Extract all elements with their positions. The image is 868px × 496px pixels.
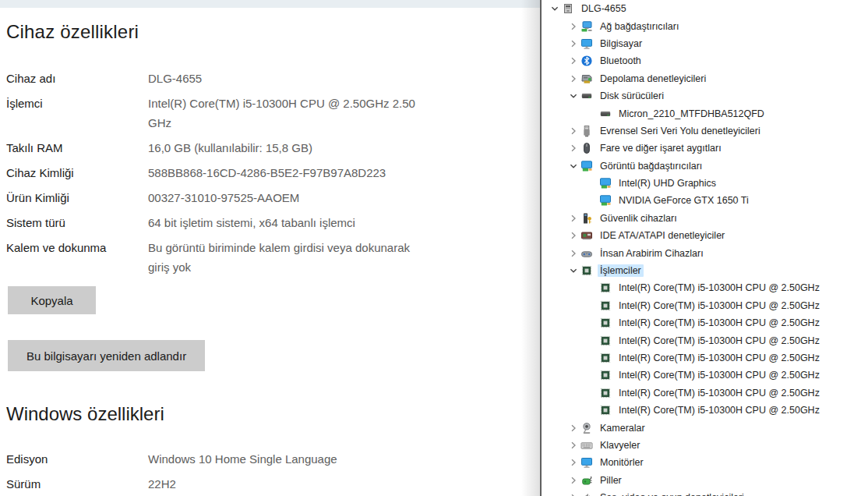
chevron-right-icon[interactable]	[566, 491, 580, 496]
processor-icon	[599, 352, 612, 364]
chevron-right-icon[interactable]	[566, 142, 580, 154]
spec-value: 22H2	[148, 474, 176, 494]
tree-item-label[interactable]: İşlemciler	[598, 264, 644, 277]
chevron-right-icon[interactable]	[566, 247, 580, 260]
tree-item-label[interactable]: Intel(R) Core(TM) i5-10300H CPU @ 2.50GH…	[616, 335, 822, 347]
tree-item-label[interactable]: Intel(R) Core(TM) i5-10300H CPU @ 2.50GH…	[616, 404, 822, 416]
tree-row[interactable]: Intel(R) Core(TM) i5-10300H CPU @ 2.50GH…	[542, 279, 868, 296]
chevron-down-icon[interactable]	[566, 160, 580, 172]
tree-row[interactable]: Intel(R) Core(TM) i5-10300H CPU @ 2.50GH…	[542, 297, 868, 314]
chevron-right-icon[interactable]	[566, 456, 580, 469]
chevron-right-icon[interactable]	[566, 212, 580, 225]
chevron-right-icon[interactable]	[566, 73, 580, 85]
tree-item-label[interactable]: Intel(R) UHD Graphics	[616, 177, 718, 190]
tree-row[interactable]: Piller	[542, 472, 868, 489]
chevron-placeholder	[585, 299, 599, 312]
spec-row: Ürün Kimliği00327-31010-97525-AAOEM	[6, 188, 540, 207]
hid-icon	[580, 247, 593, 260]
tree-row[interactable]: Fare ve diğer işaret aygıtları	[542, 140, 868, 157]
chevron-down-icon[interactable]	[566, 90, 580, 102]
tree-item-label[interactable]: Disk sürücüleri	[598, 90, 666, 102]
tree-item-label[interactable]: İnsan Arabirim Cihazları	[598, 247, 706, 260]
bluetooth-icon	[580, 55, 593, 67]
processor-icon	[580, 264, 593, 277]
tree-item-label[interactable]: Evrensel Seri Veri Yolu denetleyicileri	[598, 125, 763, 137]
tree-row[interactable]: IDE ATA/ATAPI denetleyiciler	[542, 227, 868, 244]
tree-row[interactable]: Bluetooth	[542, 52, 868, 69]
tree-row[interactable]: Monitörler	[542, 454, 868, 471]
chevron-right-icon[interactable]	[566, 55, 580, 67]
chevron-right-icon[interactable]	[566, 422, 580, 434]
tree-item-label[interactable]: Intel(R) Core(TM) i5-10300H CPU @ 2.50GH…	[616, 282, 822, 294]
chevron-placeholder	[585, 387, 599, 399]
tree-item-label[interactable]: NVIDIA GeForce GTX 1650 Ti	[616, 194, 751, 207]
chevron-right-icon[interactable]	[566, 474, 580, 487]
spec-value: 64 bit işletim sistemi, x64 tabanlı işle…	[148, 213, 355, 232]
tree-row[interactable]: Intel(R) Core(TM) i5-10300H CPU @ 2.50GH…	[542, 367, 868, 384]
copy-button[interactable]: Kopyala	[8, 286, 96, 314]
page-title: Cihaz özellikleri	[6, 20, 540, 44]
spec-label: Sistem türü	[6, 213, 148, 232]
tree-row[interactable]: Intel(R) Core(TM) i5-10300H CPU @ 2.50GH…	[542, 402, 868, 419]
tree-item-label[interactable]: Güvenlik cihazları	[598, 212, 679, 225]
tree-row[interactable]: Disk sürücüleri	[542, 87, 868, 105]
processor-icon	[599, 369, 612, 381]
tree-row[interactable]: İşlemciler	[542, 262, 868, 279]
tree-item-label[interactable]: Bluetooth	[598, 55, 644, 67]
tree-item-label[interactable]: Depolama denetleyicileri	[598, 73, 708, 85]
tree-row[interactable]: Görüntü bağdaştırıcıları	[542, 158, 868, 175]
tree-row[interactable]: İnsan Arabirim Cihazları	[542, 244, 868, 261]
tree-item-label[interactable]: Piller	[598, 474, 624, 487]
rename-pc-button[interactable]: Bu bilgisayarı yeniden adlandır	[8, 340, 205, 371]
tree-row[interactable]: Depolama denetleyicileri	[542, 70, 868, 87]
tree-row[interactable]: NVIDIA GeForce GTX 1650 Ti	[542, 192, 868, 209]
tree-row[interactable]: Klavyeler	[542, 437, 868, 454]
tree-item-label[interactable]: Intel(R) Core(TM) i5-10300H CPU @ 2.50GH…	[616, 299, 822, 312]
chevron-right-icon[interactable]	[566, 439, 580, 452]
chevron-down-icon[interactable]	[566, 264, 580, 277]
tree-item-label[interactable]: Ses, video ve oyun denetleyicileri	[598, 491, 746, 496]
spec-row: Sistem türü64 bit işletim sistemi, x64 t…	[6, 213, 540, 232]
tree-item-label[interactable]: Bilgisayar	[598, 37, 644, 50]
tree-item-label[interactable]: DLG-4655	[579, 2, 629, 15]
processor-icon	[599, 317, 612, 329]
chevron-placeholder	[585, 369, 599, 381]
tree-item-label[interactable]: Monitörler	[598, 456, 646, 469]
tree-row[interactable]: DLG-4655	[542, 0, 868, 17]
speaker-icon	[580, 491, 593, 496]
spec-value: 00327-31010-97525-AAOEM	[148, 188, 299, 207]
chevron-right-icon[interactable]	[566, 37, 580, 50]
tree-row[interactable]: Ağ bağdaştırıcıları	[542, 17, 868, 34]
tree-row[interactable]: Intel(R) Core(TM) i5-10300H CPU @ 2.50GH…	[542, 314, 868, 331]
tree-item-label[interactable]: Fare ve diğer işaret aygıtları	[598, 142, 724, 154]
tree-row[interactable]: Intel(R) Core(TM) i5-10300H CPU @ 2.50GH…	[542, 349, 868, 367]
chevron-right-icon[interactable]	[566, 20, 580, 33]
chevron-right-icon[interactable]	[566, 125, 580, 137]
tree-item-label[interactable]: Görüntü bağdaştırıcıları	[598, 160, 704, 172]
tree-row[interactable]: Bilgisayar	[542, 35, 868, 52]
chevron-down-icon[interactable]	[548, 2, 562, 15]
tree-row[interactable]: Micron_2210_MTFDHBA512QFD	[542, 105, 868, 122]
tree-item-label[interactable]: Micron_2210_MTFDHBA512QFD	[616, 108, 767, 120]
tree-item-label[interactable]: Intel(R) Core(TM) i5-10300H CPU @ 2.50GH…	[616, 317, 822, 329]
tree-item-label[interactable]: Intel(R) Core(TM) i5-10300H CPU @ 2.50GH…	[616, 387, 822, 399]
tree-row[interactable]: Intel(R) Core(TM) i5-10300H CPU @ 2.50GH…	[542, 384, 868, 402]
tree-row[interactable]: Intel(R) Core(TM) i5-10300H CPU @ 2.50GH…	[542, 331, 868, 349]
tree-item-label[interactable]: Ağ bağdaştırıcıları	[598, 20, 681, 33]
tree-row[interactable]: Evrensel Seri Veri Yolu denetleyicileri	[542, 122, 868, 140]
tree-row[interactable]: Güvenlik cihazları	[542, 210, 868, 227]
tree-row[interactable]: Ses, video ve oyun denetleyicileri	[542, 489, 868, 496]
spec-value: DLG-4655	[148, 69, 202, 88]
tree-item-label[interactable]: Intel(R) Core(TM) i5-10300H CPU @ 2.50GH…	[616, 369, 822, 381]
spec-value: Bu görüntü biriminde kalem girdisi veya …	[148, 238, 422, 277]
tree-item-label[interactable]: Intel(R) Core(TM) i5-10300H CPU @ 2.50GH…	[616, 352, 822, 364]
chevron-right-icon[interactable]	[566, 229, 580, 242]
tree-item-label[interactable]: IDE ATA/ATAPI denetleyiciler	[598, 229, 727, 242]
tree-item-label[interactable]: Kameralar	[598, 422, 647, 434]
spec-value: Windows 10 Home Single Language	[148, 449, 337, 469]
camera-icon	[580, 422, 593, 434]
tree-row[interactable]: Intel(R) UHD Graphics	[542, 175, 868, 192]
tree-item-label[interactable]: Klavyeler	[598, 439, 642, 452]
tree-row[interactable]: Kameralar	[542, 419, 868, 436]
settings-about-panel: Cihaz özellikleri Cihaz adıDLG-4655İşlem…	[0, 0, 540, 496]
